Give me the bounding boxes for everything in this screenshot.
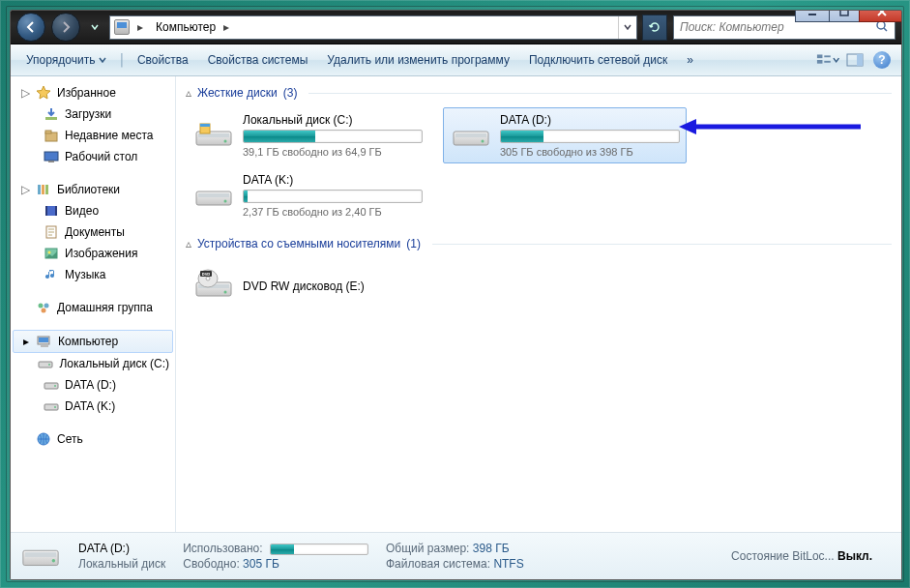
- toolbar-overflow[interactable]: »: [679, 49, 701, 71]
- drive-tile-k[interactable]: DATA (K:) 2,37 ГБ свободно из 2,40 ГБ: [186, 167, 429, 223]
- drive-icon: [192, 114, 235, 157]
- dvd-drive-icon: DVD: [192, 265, 235, 308]
- properties-label: Свойства: [137, 53, 189, 67]
- svg-rect-12: [44, 152, 58, 161]
- status-free-label: Свободно:: [183, 557, 240, 571]
- chevron-down-icon: [833, 56, 839, 64]
- preview-pane-button[interactable]: [843, 49, 866, 71]
- minimize-button[interactable]: [795, 10, 830, 22]
- sidebar-item-video[interactable]: Видео: [11, 200, 175, 221]
- sidebar-homegroup[interactable]: Домашняя группа: [11, 297, 175, 318]
- sidebar-item-pictures[interactable]: Изображения: [11, 243, 175, 264]
- close-button[interactable]: [859, 10, 902, 22]
- overflow-label: »: [687, 53, 693, 67]
- sidebar-favorites[interactable]: ▷ Избранное: [11, 82, 175, 103]
- map-drive-label: Подключить сетевой диск: [529, 53, 667, 67]
- svg-point-34: [54, 406, 56, 408]
- drive-k-label: DATA (K:): [65, 399, 115, 413]
- drive-icon: [20, 536, 61, 576]
- status-fs-label: Файловая система:: [386, 557, 490, 571]
- drive-icon: [44, 377, 59, 393]
- expand-icon[interactable]: ▷: [20, 183, 30, 196]
- svg-rect-8: [857, 54, 863, 66]
- maximize-button[interactable]: [829, 10, 860, 22]
- svg-rect-27: [39, 338, 48, 342]
- svg-point-22: [48, 251, 51, 254]
- history-dropdown[interactable]: [86, 16, 103, 38]
- sidebar-item-drive-k[interactable]: DATA (K:): [11, 396, 175, 417]
- libraries-icon: [36, 182, 51, 197]
- drive-tile-d[interactable]: DATA (D:) 305 ГБ свободно из 398 ГБ: [443, 107, 687, 163]
- svg-rect-57: [25, 552, 56, 557]
- drive-tile-e[interactable]: DVD DVD RW дисковод (E:): [186, 258, 429, 314]
- sidebar-item-desktop[interactable]: Рабочий стол: [11, 146, 175, 167]
- drive-icon: [450, 114, 492, 157]
- drive-d-free: 305 ГБ свободно из 398 ГБ: [500, 146, 680, 158]
- separator: │: [118, 53, 126, 67]
- address-dropdown[interactable]: [618, 16, 636, 39]
- expand-icon[interactable]: ▸: [21, 335, 31, 348]
- drive-tile-c[interactable]: Локальный диск (C:) 39,1 ГБ свободно из …: [186, 107, 429, 163]
- expand-icon[interactable]: ▷: [20, 86, 30, 100]
- network-label: Сеть: [57, 432, 83, 446]
- svg-rect-0: [808, 14, 816, 15]
- downloads-icon: [44, 106, 59, 122]
- sidebar-item-recent[interactable]: Недавние места: [11, 125, 175, 146]
- organize-button[interactable]: Упорядочить: [18, 49, 114, 71]
- desktop-icon: [44, 149, 59, 164]
- drive-c-label: Локальный диск (C:): [59, 357, 169, 370]
- svg-point-25: [42, 309, 46, 313]
- content-area: ▵ Жесткие диски (3) Локальный диск (C:) …: [176, 76, 901, 532]
- forward-button[interactable]: [51, 13, 80, 42]
- desktop-label: Рабочий стол: [65, 150, 137, 163]
- svg-rect-4: [817, 60, 823, 64]
- group-hdd[interactable]: ▵ Жесткие диски (3): [186, 86, 892, 100]
- computer-icon: [114, 19, 130, 35]
- svg-point-32: [54, 385, 56, 387]
- svg-rect-6: [824, 61, 830, 63]
- collapse-icon[interactable]: ▵: [186, 86, 191, 100]
- view-options-button[interactable]: [816, 49, 839, 71]
- recent-icon: [44, 128, 59, 143]
- svg-rect-3: [817, 54, 823, 58]
- uninstall-change-label: Удалить или изменить программу: [327, 53, 510, 67]
- properties-button[interactable]: Свойства: [130, 49, 196, 71]
- refresh-button[interactable]: [642, 15, 667, 41]
- system-properties-label: Свойства системы: [208, 53, 308, 67]
- map-drive-button[interactable]: Подключить сетевой диск: [521, 49, 675, 71]
- help-button[interactable]: ?: [870, 49, 894, 71]
- system-properties-button[interactable]: Свойства системы: [200, 49, 316, 71]
- music-icon: [44, 267, 59, 282]
- organize-label: Упорядочить: [26, 53, 95, 67]
- chevron-right-icon[interactable]: ▸: [133, 20, 147, 34]
- drive-c-free: 39,1 ГБ свободно из 64,9 ГБ: [243, 146, 423, 158]
- svg-point-43: [482, 140, 484, 143]
- sidebar-item-drive-d[interactable]: DATA (D:): [11, 374, 175, 396]
- svg-rect-40: [200, 124, 210, 127]
- svg-point-23: [39, 304, 44, 309]
- sidebar-item-downloads[interactable]: Загрузки: [11, 103, 175, 125]
- drive-icon: [44, 398, 59, 414]
- sidebar-item-music[interactable]: Музыка: [11, 264, 175, 285]
- uninstall-change-button[interactable]: Удалить или изменить программу: [319, 49, 517, 71]
- documents-label: Документы: [65, 225, 125, 239]
- svg-rect-11: [45, 131, 51, 133]
- back-button[interactable]: [16, 13, 45, 42]
- computer-label: Компьютер: [58, 335, 118, 348]
- sidebar-item-drive-c[interactable]: Локальный диск (C:): [11, 353, 175, 374]
- sidebar-libraries[interactable]: ▷ Библиотеки: [11, 179, 175, 200]
- group-removable[interactable]: ▵ Устройства со съемными носителями (1): [186, 237, 892, 250]
- sidebar-network[interactable]: Сеть: [11, 428, 175, 450]
- svg-rect-18: [45, 206, 47, 216]
- breadcrumb-computer[interactable]: Компьютер: [156, 20, 216, 34]
- status-used-label: Использовано:: [183, 542, 262, 555]
- sidebar-computer[interactable]: ▸ Компьютер: [13, 330, 173, 353]
- collapse-icon[interactable]: ▵: [186, 237, 191, 250]
- svg-point-49: [224, 291, 227, 294]
- drive-d-name: DATA (D:): [500, 113, 680, 127]
- address-bar[interactable]: ▸ Компьютер ▸: [109, 15, 637, 40]
- separator: [432, 244, 892, 245]
- chevron-right-icon[interactable]: ▸: [220, 20, 233, 34]
- sidebar-item-documents[interactable]: Документы: [11, 221, 175, 243]
- status-type: Локальный диск: [78, 557, 165, 571]
